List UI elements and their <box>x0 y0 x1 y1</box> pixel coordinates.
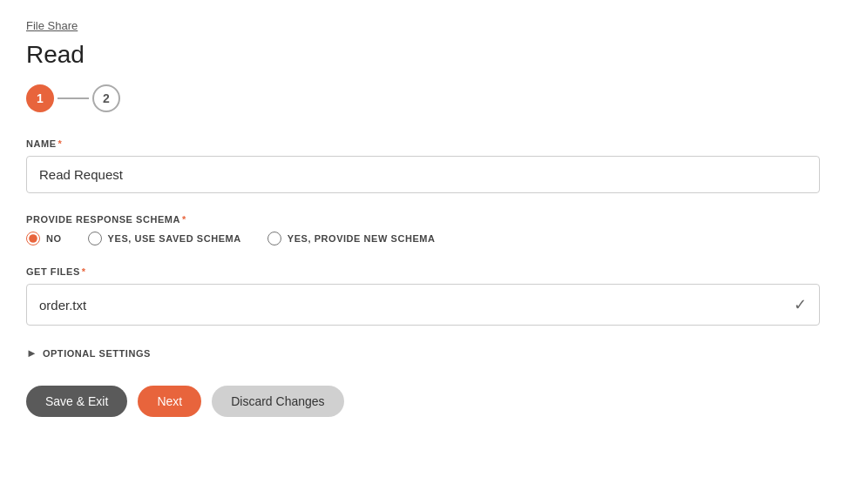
get-files-value: order.txt <box>39 298 86 312</box>
radio-yes-saved[interactable]: YES, USE SAVED SCHEMA <box>88 232 241 245</box>
name-input[interactable] <box>26 156 820 193</box>
file-input-icon: ✓ <box>794 295 807 314</box>
stepper: 1 2 <box>26 84 820 112</box>
provide-response-schema-group: PROVIDE RESPONSE SCHEMA* NO YES, USE SAV… <box>26 214 820 245</box>
save-exit-button[interactable]: Save & Exit <box>26 386 127 417</box>
chevron-right-icon: ► <box>26 346 37 360</box>
radio-yes-saved-label: YES, USE SAVED SCHEMA <box>108 233 241 244</box>
step-2: 2 <box>92 84 120 112</box>
breadcrumb[interactable]: File Share <box>26 19 78 32</box>
radio-no[interactable]: NO <box>26 232 62 245</box>
name-field-group: NAME* <box>26 138 820 193</box>
get-files-group: GET FILES* order.txt ✓ <box>26 266 820 326</box>
page-title: Read <box>26 41 820 69</box>
step-line <box>58 97 89 99</box>
get-files-input-wrapper[interactable]: order.txt ✓ <box>26 284 820 326</box>
radio-yes-new[interactable]: YES, PROVIDE NEW SCHEMA <box>267 232 436 245</box>
get-files-required-star: * <box>82 266 86 277</box>
radio-yes-new-label: YES, PROVIDE NEW SCHEMA <box>288 233 436 244</box>
schema-required-star: * <box>182 214 186 225</box>
discard-changes-button[interactable]: Discard Changes <box>212 386 343 417</box>
step-1: 1 <box>26 84 54 112</box>
name-label: NAME* <box>26 138 820 149</box>
radio-no-input[interactable] <box>26 232 40 245</box>
optional-settings-label: OPTIONAL SETTINGS <box>43 348 151 359</box>
optional-settings-toggle[interactable]: ► OPTIONAL SETTINGS <box>26 346 820 360</box>
next-button[interactable]: Next <box>138 386 201 417</box>
radio-yes-saved-input[interactable] <box>88 232 102 245</box>
provide-response-schema-label: PROVIDE RESPONSE SCHEMA* <box>26 214 820 225</box>
button-row: Save & Exit Next Discard Changes <box>26 386 820 417</box>
get-files-label: GET FILES* <box>26 266 820 277</box>
radio-yes-new-input[interactable] <box>267 232 281 245</box>
radio-group: NO YES, USE SAVED SCHEMA YES, PROVIDE NE… <box>26 232 820 245</box>
name-required-star: * <box>58 138 63 149</box>
radio-no-label: NO <box>46 233 62 244</box>
